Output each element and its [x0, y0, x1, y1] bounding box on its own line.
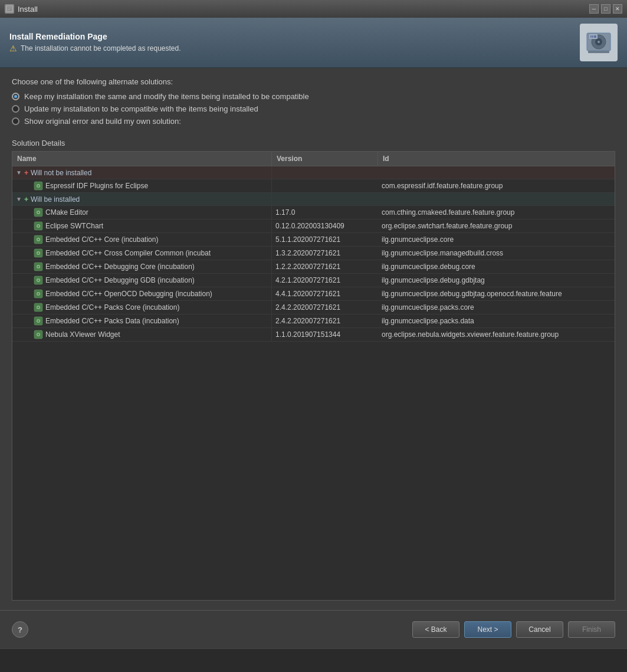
table-row[interactable]: Embedded C/C++ Debugging Core (incubatio…: [12, 260, 615, 274]
col-header-id: Id: [378, 152, 615, 166]
options-section: Choose one of the following alternate so…: [12, 77, 615, 129]
bottom-left: ?: [12, 621, 28, 638]
item-id-emb-debug-core: ilg.gnumcueclipse.debug.core: [378, 260, 615, 273]
item-name-emb-debug-core: Embedded C/C++ Debugging Core (incubatio…: [12, 260, 272, 273]
group-row-will-install[interactable]: ▼ + Will be installed: [12, 193, 615, 206]
table-row[interactable]: Embedded C/C++ Debugging GDB (incubation…: [12, 274, 615, 287]
plus-icon-not-installed: +: [24, 169, 28, 177]
plugin-icon: [34, 221, 43, 231]
item-id-emb-packs-core: ilg.gnumcueclipse.packs.core: [378, 301, 615, 314]
group-version-not-installed: [272, 166, 378, 179]
item-version-nebula: 1.1.0.201907151344: [272, 328, 378, 341]
table-row[interactable]: Eclipse SWTChart 0.12.0.202003130409 org…: [12, 219, 615, 233]
item-version-emb-debug-core: 1.2.2.202007271621: [272, 260, 378, 273]
finish-button[interactable]: Finish: [568, 621, 615, 638]
tree-table[interactable]: Name Version Id ▼ + Will not be installe…: [12, 151, 615, 601]
table-row[interactable]: Embedded C/C++ Cross Compiler Common (in…: [12, 247, 615, 260]
radio-btn-3[interactable]: [12, 117, 19, 125]
svg-rect-9: [592, 35, 593, 38]
svg-rect-11: [588, 51, 609, 53]
col-header-name: Name: [12, 152, 272, 166]
maximize-button[interactable]: □: [601, 4, 610, 14]
table-row[interactable]: Nebula XViewer Widget 1.1.0.201907151344…: [12, 328, 615, 342]
window: Install ─ □ ✕ Install Remediation Page ⚠…: [0, 0, 627, 672]
radio-option-3[interactable]: Show original error and build my own sol…: [12, 117, 615, 126]
svg-point-6: [598, 41, 600, 43]
radio-option-2[interactable]: Update my installation to be compatible …: [12, 104, 615, 113]
expand-icon-will-install: ▼: [16, 196, 22, 202]
radio-label-3: Show original error and build my own sol…: [24, 117, 181, 126]
header-warning: ⚠ The installation cannot be completed a…: [9, 44, 181, 53]
svg-point-26: [38, 253, 40, 254]
content-area: Choose one of the following alternate so…: [0, 68, 627, 610]
svg-point-41: [38, 320, 40, 322]
item-name-emb-debug-gdb: Embedded C/C++ Debugging GDB (incubation…: [12, 274, 272, 287]
item-version-emb-packs-core: 2.4.2.202007271621: [272, 301, 378, 314]
window-title: Install: [18, 5, 38, 14]
item-version-emb-packs-data: 2.4.2.202007271621: [272, 314, 378, 327]
item-name-espressif: Espressif IDF Plugins for Eclipse: [12, 179, 272, 192]
item-id-swtchart: org.eclipse.swtchart.feature.feature.gro…: [378, 219, 615, 232]
item-name-nebula: Nebula XViewer Widget: [12, 328, 272, 341]
plugin-icon: [34, 303, 43, 312]
table-row[interactable]: Embedded C/C++ OpenOCD Debugging (incuba…: [12, 287, 615, 301]
table-row[interactable]: Embedded C/C++ Packs Data (incubation) 2…: [12, 314, 615, 328]
next-button[interactable]: Next >: [464, 621, 511, 638]
svg-point-35: [38, 293, 40, 295]
item-name-emb-cross: Embedded C/C++ Cross Compiler Common (in…: [12, 247, 272, 260]
svg-rect-8: [590, 35, 592, 38]
group-id-will-install: [378, 193, 615, 205]
bottom-buttons: < Back Next > Cancel Finish: [412, 621, 615, 638]
help-button[interactable]: ?: [12, 621, 28, 638]
svg-rect-1: [8, 8, 11, 8]
close-button[interactable]: ✕: [613, 4, 622, 14]
back-button[interactable]: < Back: [412, 621, 459, 638]
group-version-will-install: [272, 193, 378, 205]
item-name-swtchart: Eclipse SWTChart: [12, 219, 272, 232]
item-name-cmake: CMake Editor: [12, 206, 272, 219]
minimize-button[interactable]: ─: [589, 4, 599, 14]
item-version-swtchart: 0.12.0.202003130409: [272, 219, 378, 232]
item-name-emb-openocd: Embedded C/C++ OpenOCD Debugging (incuba…: [12, 287, 272, 300]
table-row[interactable]: Embedded C/C++ Packs Core (incubation) 2…: [12, 301, 615, 314]
group-id-not-installed: [378, 166, 615, 179]
taskbar: [0, 648, 627, 672]
item-id-espressif: com.espressif.idf.feature.feature.group: [378, 179, 615, 192]
radio-btn-1[interactable]: [12, 93, 19, 100]
expand-icon-not-installed: ▼: [16, 169, 22, 176]
plugin-icon: [34, 208, 43, 217]
item-id-nebula: org.eclipse.nebula.widgets.xviewer.featu…: [378, 328, 615, 341]
radio-option-1[interactable]: Keep my installation the same and modify…: [12, 92, 615, 101]
cancel-button[interactable]: Cancel: [516, 621, 563, 638]
header-content: Install Remediation Page ⚠ The installat…: [9, 32, 181, 53]
item-version-espressif: [272, 179, 378, 192]
svg-point-23: [38, 239, 40, 241]
plus-icon-will-install: +: [24, 195, 28, 204]
plugin-icon: [34, 289, 43, 299]
group-label-will-install: ▼ + Will be installed: [12, 193, 272, 205]
item-id-cmake: com.cthing.cmakeed.feature.feature.group: [378, 206, 615, 219]
item-id-emb-core: ilg.gnumcueclipse.core: [378, 233, 615, 246]
header-bar: Install Remediation Page ⚠ The installat…: [0, 18, 627, 68]
window-icon: [5, 4, 14, 14]
plugin-icon: [34, 330, 43, 339]
svg-rect-10: [594, 35, 596, 38]
item-version-emb-openocd: 4.4.1.202007271621: [272, 287, 378, 300]
table-row[interactable]: CMake Editor 1.17.0 com.cthing.cmakeed.f…: [12, 206, 615, 219]
options-title: Choose one of the following alternate so…: [12, 77, 615, 86]
solution-details-section: Solution Details Name Version Id ▼ + Wil…: [12, 139, 615, 601]
svg-point-14: [38, 185, 40, 187]
table-row[interactable]: Espressif IDF Plugins for Eclipse com.es…: [12, 179, 615, 193]
col-header-version: Version: [272, 152, 378, 166]
plugin-icon: [34, 248, 43, 258]
plugin-icon: [34, 235, 43, 244]
table-row[interactable]: Embedded C/C++ Core (incubation) 5.1.1.2…: [12, 233, 615, 247]
header-title: Install Remediation Page: [9, 32, 181, 41]
svg-point-29: [38, 266, 40, 268]
item-version-cmake: 1.17.0: [272, 206, 378, 219]
title-bar-controls: ─ □ ✕: [589, 4, 622, 14]
group-row-not-installed[interactable]: ▼ + Will not be installed: [12, 166, 615, 179]
svg-point-32: [38, 280, 40, 281]
radio-btn-2[interactable]: [12, 105, 19, 113]
bottom-bar: ? < Back Next > Cancel Finish: [0, 610, 627, 648]
